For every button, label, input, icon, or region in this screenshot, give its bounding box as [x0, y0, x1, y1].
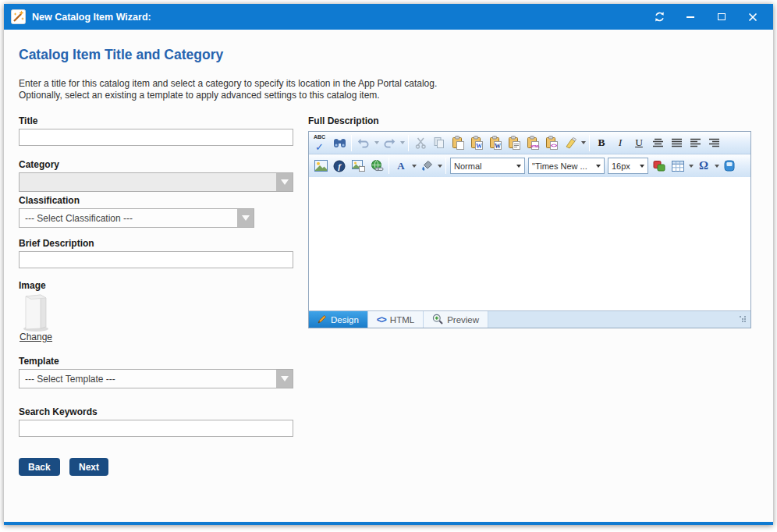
copy-icon[interactable]	[431, 134, 448, 152]
template-value: --- Select Template ---	[20, 374, 276, 385]
special-characters-dropdown-icon[interactable]	[713, 157, 720, 175]
minimize-icon[interactable]	[683, 10, 697, 24]
cut-icon[interactable]	[412, 134, 429, 152]
svg-text:W: W	[495, 143, 501, 150]
tab-design[interactable]: Design	[309, 311, 368, 328]
template-label: Template	[19, 356, 59, 367]
bold-button[interactable]: B	[593, 134, 610, 152]
code-brackets-icon: <>	[377, 314, 386, 325]
editor-toolbar-row2: f	[309, 154, 750, 177]
find-and-replace-icon[interactable]	[331, 134, 348, 152]
paragraph-style-select[interactable]: Normal	[450, 158, 525, 174]
align-left-icon[interactable]	[687, 134, 704, 152]
classification-dropdown-arrow-icon[interactable]	[237, 209, 254, 227]
redo-icon[interactable]	[381, 134, 398, 152]
title-input[interactable]	[19, 129, 293, 146]
svg-text:W: W	[476, 143, 482, 150]
undo-icon[interactable]	[355, 134, 372, 152]
font-size-select[interactable]: 16px	[608, 158, 648, 174]
brief-description-label: Brief Description	[19, 238, 94, 249]
align-center-icon[interactable]	[649, 134, 666, 152]
flash-manager-icon[interactable]: f	[331, 157, 348, 175]
background-color-icon[interactable]	[418, 157, 435, 175]
image-label: Image	[19, 280, 46, 291]
wizard-app-icon	[11, 9, 26, 24]
description-line-1: Enter a title for this catalog item and …	[19, 78, 437, 89]
align-right-icon[interactable]	[705, 134, 722, 152]
media-manager-icon[interactable]	[349, 157, 367, 175]
paste-plain-text-icon[interactable]	[506, 134, 523, 152]
window-controls	[652, 10, 760, 24]
snippet-icon[interactable]	[721, 157, 738, 175]
tab-design-label: Design	[331, 315, 359, 325]
classification-label: Classification	[19, 195, 80, 206]
full-description-label: Full Description	[308, 115, 379, 126]
spellcheck-icon[interactable]: ABC✓	[312, 134, 329, 152]
tab-html-label: HTML	[390, 315, 414, 325]
editor-toolbar-row1: ABC✓	[309, 132, 750, 154]
change-image-link[interactable]: Change	[20, 332, 52, 342]
page-title: Catalog Item Title and Category	[19, 47, 223, 63]
pencil-icon	[318, 314, 327, 325]
search-keywords-input[interactable]	[19, 420, 293, 437]
search-keywords-label: Search Keywords	[19, 406, 98, 417]
undo-dropdown-icon[interactable]	[373, 134, 380, 152]
tab-preview[interactable]: Preview	[424, 311, 488, 328]
window-title: New Catalog Item Wizard:	[32, 12, 151, 23]
foreground-color-dropdown-icon[interactable]	[410, 157, 417, 175]
font-name-select[interactable]: "Times New ...	[528, 158, 605, 174]
paragraph-style-value: Normal	[454, 161, 513, 171]
category-dropdown-arrow-icon[interactable]	[276, 173, 293, 191]
italic-button[interactable]: I	[612, 134, 629, 152]
hyperlink-manager-icon[interactable]	[368, 157, 385, 175]
background-color-dropdown-icon[interactable]	[436, 157, 443, 175]
editor-content[interactable]	[309, 177, 750, 310]
paste-html-icon[interactable]: <>	[543, 134, 560, 152]
next-button[interactable]: Next	[69, 458, 108, 476]
category-label: Category	[19, 159, 59, 170]
redo-dropdown-icon[interactable]	[399, 134, 406, 152]
description-line-2: Optionally, select an existing a templat…	[19, 90, 380, 101]
paste-as-html-icon[interactable]: HTML	[524, 134, 541, 152]
classification-value: --- Select Classification ---	[20, 213, 237, 224]
title-bar: New Catalog Item Wizard:	[4, 4, 773, 30]
maximize-icon[interactable]	[715, 10, 729, 24]
format-stripper-dropdown-icon[interactable]	[580, 134, 587, 152]
special-characters-icon[interactable]: Ω	[695, 157, 712, 175]
svg-text:HTML: HTML	[530, 144, 540, 148]
back-button[interactable]: Back	[19, 458, 60, 476]
catalog-item-image	[20, 292, 53, 335]
image-manager-icon[interactable]	[312, 157, 329, 175]
rich-text-editor: ABC✓	[308, 131, 751, 328]
justify-icon[interactable]	[668, 134, 685, 152]
font-name-value: "Times New ...	[532, 161, 593, 171]
format-stripper-icon[interactable]	[562, 134, 579, 152]
close-icon[interactable]	[746, 10, 760, 24]
tab-html[interactable]: <> HTML	[368, 311, 424, 328]
refresh-icon[interactable]	[652, 10, 666, 24]
paste-from-word-icon[interactable]: W	[468, 134, 485, 152]
wizard-content: Catalog Item Title and Category Enter a …	[4, 30, 773, 522]
magnifier-icon	[432, 314, 443, 326]
title-label: Title	[19, 115, 37, 126]
underline-button[interactable]: U	[630, 134, 648, 152]
svg-text:<>: <>	[551, 143, 557, 148]
category-dropdown[interactable]	[19, 172, 293, 192]
paste-icon[interactable]	[449, 134, 467, 152]
classification-dropdown[interactable]: --- Select Classification ---	[19, 208, 254, 228]
insert-table-dropdown-icon[interactable]	[687, 157, 694, 175]
template-dropdown[interactable]: --- Select Template ---	[19, 369, 293, 388]
resize-grip[interactable]	[740, 316, 747, 323]
paste-from-word-nofont-icon[interactable]: W	[487, 134, 504, 152]
foreground-color-icon[interactable]: A	[392, 157, 410, 175]
apply-css-class-icon[interactable]	[651, 157, 668, 175]
template-dropdown-arrow-icon[interactable]	[276, 370, 293, 388]
font-size-value: 16px	[612, 161, 637, 171]
editor-mode-tabs: Design <> HTML Preview	[309, 310, 750, 328]
wizard-window: New Catalog Item Wizard: Catalog Item Ti…	[4, 4, 773, 525]
page-description: Enter a title for this catalog item and …	[19, 78, 437, 101]
brief-description-input[interactable]	[19, 251, 293, 268]
insert-table-icon[interactable]	[669, 157, 687, 175]
tab-preview-label: Preview	[447, 315, 479, 325]
